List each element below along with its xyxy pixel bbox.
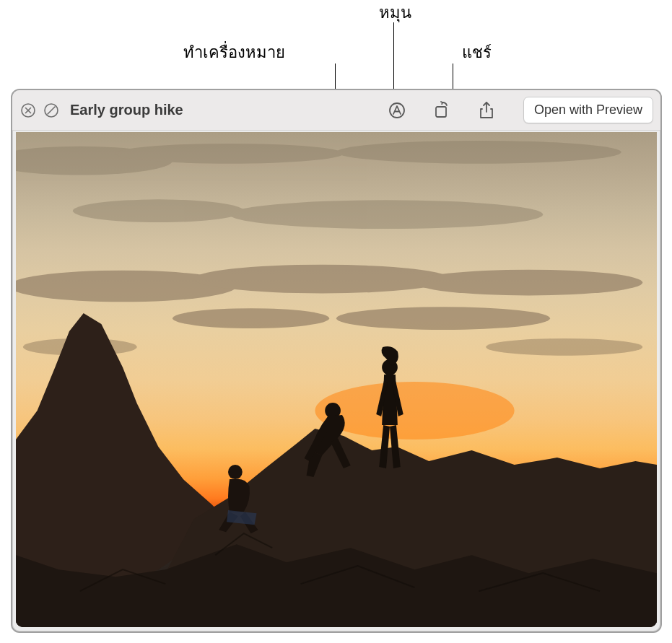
quicklook-window: Early group hike xyxy=(11,89,662,633)
callout-rotate: หมุน xyxy=(379,0,411,25)
skip-icon xyxy=(44,103,58,118)
close-icon xyxy=(21,103,35,118)
content-area xyxy=(16,132,657,627)
svg-point-19 xyxy=(315,382,514,439)
share-icon xyxy=(478,101,495,120)
share-button[interactable] xyxy=(476,100,497,121)
svg-line-4 xyxy=(48,107,55,114)
open-with-preview-button[interactable]: Open with Preview xyxy=(523,97,653,123)
svg-point-9 xyxy=(336,141,621,164)
titlebar-right: Open with Preview xyxy=(386,97,653,123)
close-button[interactable] xyxy=(19,102,37,119)
titlebar: Early group hike xyxy=(12,90,660,131)
svg-point-8 xyxy=(115,144,344,164)
callout-markup: ทำเครื่องหมาย xyxy=(183,40,285,65)
markup-button[interactable] xyxy=(386,100,408,121)
svg-point-10 xyxy=(73,199,244,222)
window-title: Early group hike xyxy=(70,102,183,118)
callout-line-rotate xyxy=(393,22,394,95)
skip-button[interactable] xyxy=(43,102,60,119)
callouts-layer: ทำเครื่องหมาย หมุน แชร์ xyxy=(0,0,672,94)
rotate-button[interactable] xyxy=(431,100,453,121)
terrain-silhouette xyxy=(16,281,657,627)
svg-point-11 xyxy=(230,200,543,229)
markup-icon xyxy=(388,102,406,119)
titlebar-left: Early group hike xyxy=(19,102,183,119)
svg-point-20 xyxy=(228,465,243,479)
svg-point-5 xyxy=(390,103,404,118)
preview-image xyxy=(16,132,657,627)
svg-rect-6 xyxy=(436,107,446,117)
callout-share: แชร์ xyxy=(462,40,492,65)
rotate-icon xyxy=(432,101,451,120)
